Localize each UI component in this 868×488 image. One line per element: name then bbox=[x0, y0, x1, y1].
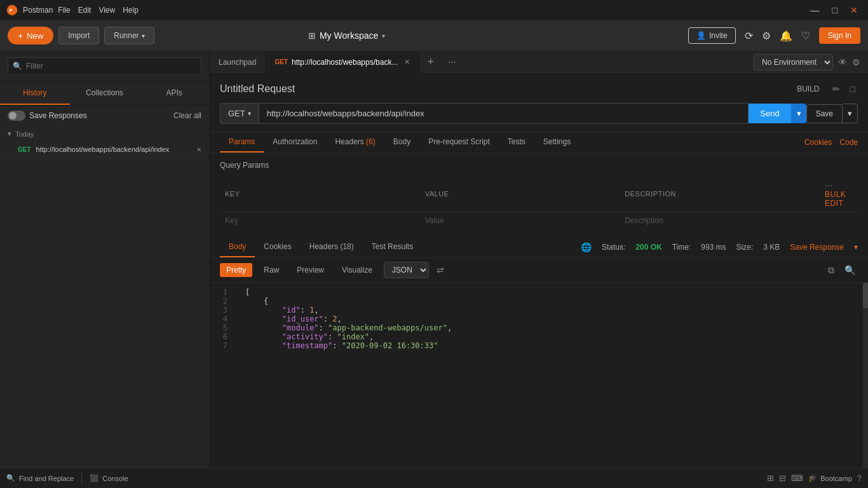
save-dropdown-button[interactable]: ▾ bbox=[843, 104, 858, 123]
code-content: 1 [ 2 { 3 "id": 1, 4 "id_user" bbox=[210, 283, 868, 468]
workspace-selector[interactable]: ⊞ My Workspace ▾ bbox=[308, 30, 385, 41]
code-line-7: 7 "timestamp": "2020-09-02 16:30:33" bbox=[210, 341, 868, 350]
maximize-button[interactable]: □ bbox=[829, 4, 841, 17]
bootcamp-button[interactable]: 🎓 Bootcamp bbox=[808, 474, 852, 482]
prerequest-tab[interactable]: Pre-request Script bbox=[419, 132, 499, 152]
edit-icon[interactable]: ✏ bbox=[830, 81, 843, 97]
close-button[interactable]: ✕ bbox=[846, 4, 862, 17]
minimize-button[interactable]: — bbox=[807, 4, 824, 17]
code-scrollbar[interactable] bbox=[863, 283, 868, 468]
bulk-edit-button[interactable]: Bulk Edit bbox=[825, 190, 846, 208]
scrollbar-thumb[interactable] bbox=[863, 283, 868, 308]
tab-collections[interactable]: Collections bbox=[70, 82, 140, 105]
query-params-title: Query Params bbox=[220, 161, 858, 170]
send-dropdown-button[interactable]: ▾ bbox=[791, 104, 806, 123]
menu-help[interactable]: Help bbox=[123, 6, 139, 15]
response-cookies-tab[interactable]: Cookies bbox=[255, 237, 300, 257]
more-tabs-icon[interactable]: ··· bbox=[442, 57, 463, 68]
settings-icon[interactable]: ⚙ bbox=[762, 30, 771, 42]
raw-tab[interactable]: Raw bbox=[257, 263, 285, 277]
user-icon: 👤 bbox=[696, 31, 706, 40]
sidebar-filter-input[interactable] bbox=[8, 57, 201, 75]
search-response-icon[interactable]: 🔍 bbox=[842, 262, 858, 278]
tab-history[interactable]: History bbox=[0, 82, 70, 105]
preview-tab[interactable]: Preview bbox=[290, 263, 330, 277]
body-tab[interactable]: Body bbox=[384, 132, 419, 152]
help-icon[interactable]: ? bbox=[857, 473, 862, 483]
description-input[interactable] bbox=[625, 216, 815, 225]
history-url: http://localhost/webapps/backend/api/ind… bbox=[36, 146, 170, 153]
key-input[interactable] bbox=[225, 216, 415, 225]
new-button[interactable]: + New bbox=[8, 27, 53, 44]
value-input[interactable] bbox=[425, 216, 615, 225]
code-line-5: 5 "module": "app-backend-webapps/user", bbox=[210, 323, 868, 332]
sidebar: 🔍 History Collections APIs Save Response… bbox=[0, 51, 210, 468]
save-response-chevron-icon[interactable]: ▾ bbox=[854, 243, 858, 252]
sync-icon[interactable]: ⟳ bbox=[745, 30, 753, 42]
authorization-tab[interactable]: Authorization bbox=[264, 132, 326, 152]
request-title-bar: Untitled Request BUILD ✏ □ bbox=[220, 81, 858, 97]
response-format-toolbar: Pretty Raw Preview Visualize JSON ⇄ ⧉ 🔍 bbox=[210, 258, 868, 283]
size-value: 3 KB bbox=[763, 243, 780, 252]
request-tabs-bar: Launchpad GET http://localhost/webapps/b… bbox=[210, 51, 868, 74]
split-icon[interactable]: ⊟ bbox=[779, 473, 786, 483]
add-tab-button[interactable]: + bbox=[419, 55, 442, 69]
save-responses-switch[interactable] bbox=[8, 111, 25, 121]
params-more-icon[interactable]: ··· bbox=[825, 180, 833, 190]
console-button[interactable]: ⬛ Console bbox=[90, 474, 128, 482]
copy-response-icon[interactable]: ⧉ bbox=[825, 262, 837, 278]
main-area: 🔍 History Collections APIs Save Response… bbox=[0, 51, 868, 468]
pretty-tab[interactable]: Pretty bbox=[220, 263, 252, 277]
layout-icon[interactable]: ⊞ bbox=[767, 473, 774, 483]
cookies-link[interactable]: Cookies bbox=[804, 138, 832, 147]
headers-tab[interactable]: Headers (6) bbox=[326, 132, 384, 152]
tests-tab[interactable]: Tests bbox=[499, 132, 534, 152]
menu-file[interactable]: File bbox=[58, 6, 70, 15]
code-line-1: 1 [ bbox=[210, 288, 868, 297]
visualize-tab[interactable]: Visualize bbox=[336, 263, 379, 277]
send-button[interactable]: Send bbox=[749, 104, 790, 123]
save-button[interactable]: Save bbox=[806, 104, 843, 123]
tab-close-icon[interactable]: ✕ bbox=[404, 58, 410, 66]
response-test-results-tab[interactable]: Test Results bbox=[363, 237, 422, 257]
signin-button[interactable]: Sign In bbox=[819, 27, 860, 44]
env-settings-icon[interactable]: ⚙ bbox=[852, 57, 860, 67]
titlebar-controls: — □ ✕ bbox=[807, 4, 862, 17]
clear-all-button[interactable]: Clear all bbox=[173, 111, 201, 120]
launchpad-tab[interactable]: Launchpad bbox=[210, 51, 266, 73]
import-button[interactable]: Import bbox=[58, 27, 99, 44]
settings-tab[interactable]: Settings bbox=[534, 132, 580, 152]
menu-view[interactable]: View bbox=[98, 6, 115, 15]
copy-icon[interactable]: □ bbox=[848, 81, 858, 97]
code-viewer: 1 [ 2 { 3 "id": 1, 4 "id_user" bbox=[210, 283, 868, 468]
heart-icon[interactable]: ♡ bbox=[801, 30, 810, 42]
response-headers-tab[interactable]: Headers (18) bbox=[301, 237, 363, 257]
eye-icon[interactable]: 👁 bbox=[838, 57, 847, 67]
response-area: Body Cookies Headers (18) Test Results 🌐… bbox=[210, 237, 868, 468]
invite-button[interactable]: 👤 Invite bbox=[688, 27, 736, 44]
history-item[interactable]: GET http://localhost/webapps/backend/api… bbox=[0, 142, 209, 158]
menu-edit[interactable]: Edit bbox=[78, 6, 92, 15]
method-select[interactable]: GET ▾ bbox=[220, 103, 259, 124]
keyboard-icon[interactable]: ⌨ bbox=[791, 473, 803, 483]
request-actions: BUILD ✏ □ bbox=[797, 81, 858, 97]
get-request-tab[interactable]: GET http://localhost/webapps/back... ✕ bbox=[266, 51, 419, 73]
postman-taskbar: 🔍 Find and Replace ⬛ Console ⊞ ⊟ ⌨ 🎓 Boo… bbox=[0, 468, 868, 488]
runner-button[interactable]: Runner ▾ bbox=[104, 27, 154, 44]
sidebar-tabs: History Collections APIs bbox=[0, 82, 209, 105]
save-response-button[interactable]: Save Response bbox=[790, 243, 844, 252]
notification-icon[interactable]: 🔔 bbox=[780, 30, 792, 42]
tab-apis[interactable]: APIs bbox=[139, 82, 209, 105]
format-select[interactable]: JSON bbox=[384, 262, 429, 278]
response-body-tab[interactable]: Body bbox=[220, 237, 255, 257]
params-tab[interactable]: Params bbox=[220, 132, 264, 152]
environment-select[interactable]: No Environment bbox=[754, 54, 833, 71]
code-link[interactable]: Code bbox=[839, 138, 858, 147]
find-replace-button[interactable]: 🔍 Find and Replace bbox=[6, 474, 74, 482]
req-tab-right: Cookies Code bbox=[804, 138, 858, 147]
url-input[interactable] bbox=[259, 103, 749, 124]
grid-icon: ⊞ bbox=[308, 30, 316, 41]
query-params-section: Query Params KEY VALUE DESCRIPTION ··· B… bbox=[210, 153, 868, 237]
wrap-icon[interactable]: ⇄ bbox=[434, 262, 447, 278]
history-item-close-icon[interactable]: ✕ bbox=[196, 146, 201, 153]
